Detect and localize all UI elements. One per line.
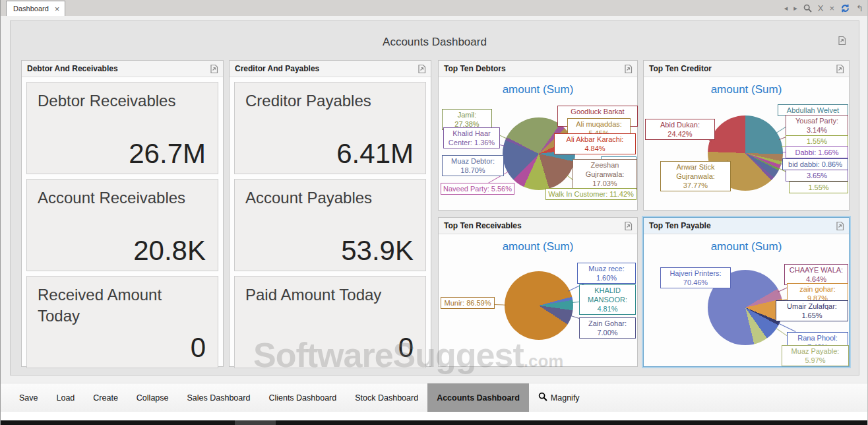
toolbar-item-label: Collapse — [137, 393, 169, 403]
tab-label: Dashboard — [13, 5, 49, 13]
panel-header: Creditor And Payables — [230, 61, 431, 77]
pie-label: Dabbi: 1.66% — [786, 147, 848, 158]
tab-dashboard[interactable]: Dashboard × — [6, 1, 65, 16]
pie-label: Hajveri Printers: 70.46% — [660, 267, 731, 288]
chart-title: amount (Sum) — [644, 240, 849, 253]
toolbar-item-clients-dashboard[interactable]: Clients Dashboard — [259, 383, 346, 412]
toolbar-item-accounts-dashboard[interactable]: Accounts Dashboard — [427, 383, 529, 412]
leader-line — [781, 146, 786, 147]
summary-card: Debtor Receivables26.7M — [26, 82, 218, 174]
close-all-icon[interactable]: X — [818, 4, 824, 13]
pie-label: Zeeshan Gujranwala: 17.03% — [573, 159, 637, 189]
pie-label: 3.65% — [786, 170, 848, 181]
chart-title: amount (Sum) — [439, 240, 637, 253]
pie-chart[interactable] — [505, 271, 573, 340]
card-label: Account Receivables — [38, 187, 185, 209]
export-icon[interactable] — [835, 221, 845, 231]
dashboard-export-icon[interactable] — [837, 36, 847, 46]
panel-header: Top Ten Creditor — [644, 61, 849, 77]
status-strip — [1, 412, 867, 420]
toolbar-item-sales-dashboard[interactable]: Sales Dashboard — [177, 383, 259, 412]
page-title: Accounts Dashboard — [11, 36, 859, 49]
tab-scroll-left-icon[interactable]: ◂ — [784, 5, 788, 12]
leader-line — [571, 315, 580, 319]
toolbar-item-collapse[interactable]: Collapse — [127, 383, 178, 412]
card-value: 20.8K — [133, 235, 206, 267]
pie-label: Abid Dukan: 24.42% — [645, 119, 715, 140]
summary-card: Creditor Payables6.41M — [234, 82, 426, 174]
pie-chart-area: amount (Sum)Abid Dukan: 24.42%Abdullah W… — [644, 77, 849, 210]
tab-close-icon[interactable]: × — [55, 5, 60, 13]
panel-title: Top Ten Receivables — [444, 221, 623, 230]
pie-label: Walk In Customer: 11.42% — [545, 188, 636, 200]
pie-label: CHAAYE WALA: 4.64% — [784, 264, 848, 285]
dock-back-icon[interactable]: ↰ — [856, 4, 863, 13]
taskbar-edge — [1, 420, 867, 425]
chart-title: amount (Sum) — [439, 83, 637, 96]
pie-label: Anwar Stick Gujranwala: 37.77% — [660, 161, 731, 191]
export-icon[interactable] — [623, 64, 633, 74]
titlebar-icons: ◂▸X×↰ — [784, 0, 863, 16]
panel-creditor-and-payables: Creditor And Payables Creditor Payables6… — [229, 60, 431, 367]
card-label: Debtor Receivables — [38, 90, 175, 112]
pie-label: Muaz Debtor: 18.70% — [442, 155, 504, 176]
panel-header: Top Ten Receivables — [439, 218, 637, 234]
toolbar-item-label: Clients Dashboard — [268, 393, 336, 403]
panel-top-ten-debtors: Top Ten Debtors amount (Sum)Jamil: 27.38… — [438, 60, 638, 211]
summary-card: Paid Amount Today0 — [234, 276, 426, 368]
pie-label: 1.55% — [786, 135, 848, 147]
panel-title: Creditor And Payables — [235, 64, 417, 73]
pie-label: Umair Zulafqar: 1.65% — [776, 300, 848, 321]
pie-chart-area: amount (Sum)Munir: 86.59%Muaz rece: 1.60… — [439, 234, 637, 367]
pie-label: Khalid Haar Center: 1.36% — [443, 127, 500, 148]
dashboard-surface: Accounts Dashboard Debtor And Receivable… — [10, 20, 859, 376]
pie-label: bid dabbi: 0.86% — [782, 158, 848, 170]
search-icon[interactable] — [803, 4, 812, 13]
toolbar-item-label: Load — [57, 393, 75, 403]
card-label: Creditor Payables — [245, 90, 371, 112]
toolbar-item-create[interactable]: Create — [84, 383, 127, 412]
card-label: Paid Amount Today — [245, 284, 381, 306]
panel-top-ten-payable[interactable]: Top Ten Payable amount (Sum)Hajveri Prin… — [643, 217, 850, 367]
pie-chart-area: amount (Sum)Hajveri Printers: 70.46%CHAA… — [644, 234, 849, 367]
toolbar-item-label: Save — [19, 393, 38, 403]
card-value: 0 — [191, 332, 206, 364]
leader-line — [572, 302, 579, 303]
panel-title: Top Ten Payable — [649, 221, 835, 230]
tab-strip: Dashboard × ◂▸X×↰ — [1, 0, 867, 16]
export-icon[interactable] — [417, 64, 427, 74]
pie-label: Ali Akbar Karachi: 4.84% — [554, 133, 636, 154]
summary-card: Account Receivables20.8K — [26, 179, 218, 271]
panel-title: Top Ten Debtors — [444, 64, 623, 73]
toolbar-item-load[interactable]: Load — [47, 383, 84, 412]
bottom-toolbar: SaveLoadCreateCollapseSales DashboardCli… — [1, 383, 867, 412]
export-icon[interactable] — [623, 221, 633, 231]
app-window: Dashboard × ◂▸X×↰ Accounts Dashboard Deb… — [0, 0, 868, 425]
card-label: Account Payables — [245, 187, 372, 209]
pie-chart-area: amount (Sum)Jamil: 27.38%Khalid Haar Cen… — [439, 77, 637, 210]
toolbar-item-magnify[interactable]: Magnify — [529, 383, 589, 412]
pie-label: Yousaf Party: 3.14% — [786, 115, 848, 136]
card-value: 53.9K — [341, 235, 414, 267]
refresh-icon[interactable] — [840, 3, 850, 13]
toolbar-item-stock-dashboard[interactable]: Stock Dashboard — [346, 383, 427, 412]
export-icon[interactable] — [209, 64, 219, 74]
tab-scroll-right-icon[interactable]: ▸ — [793, 5, 797, 12]
panel-header: Debtor And Receivables — [22, 61, 223, 77]
panel-header: Top Ten Debtors — [439, 61, 637, 77]
pie-label: Muaz rece: 1.60% — [577, 263, 636, 284]
toolbar-item-label: Stock Dashboard — [355, 393, 418, 403]
card-list: Debtor Receivables26.7MAccount Receivabl… — [22, 77, 223, 377]
toolbar-item-label: Magnify — [551, 393, 580, 403]
toolbar-item-label: Create — [93, 393, 118, 403]
card-value: 6.41M — [336, 138, 414, 170]
toolbar-item-save[interactable]: Save — [10, 383, 47, 412]
pie-label: Zain Gohar: 7.00% — [579, 317, 636, 339]
close-icon[interactable]: × — [830, 4, 835, 13]
pie-label: 1.55% — [789, 181, 848, 193]
export-icon[interactable] — [835, 64, 845, 74]
panel-header: Top Ten Payable — [644, 218, 849, 234]
card-list: Creditor Payables6.41MAccount Payables53… — [230, 77, 431, 377]
summary-card: Received Amount Today0 — [26, 276, 218, 368]
leader-line — [495, 304, 506, 306]
